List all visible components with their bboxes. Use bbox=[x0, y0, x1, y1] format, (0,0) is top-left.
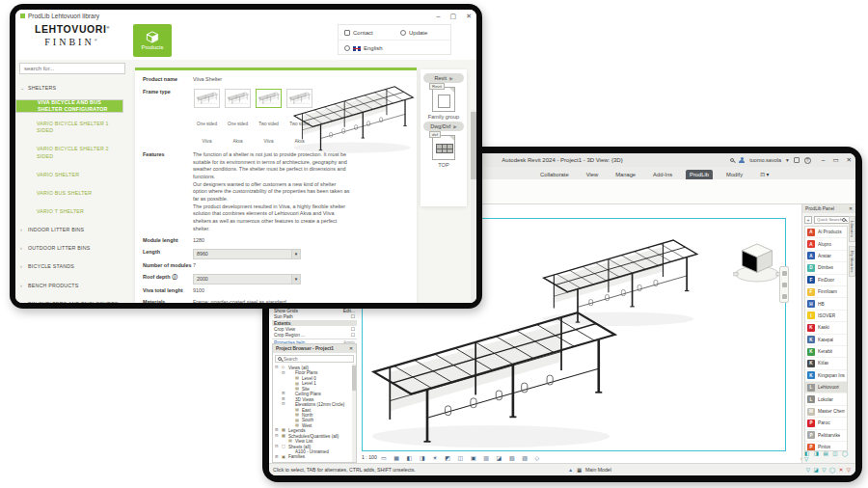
property-checkbox[interactable]: ☐ bbox=[351, 333, 355, 338]
update-button[interactable]: Update bbox=[394, 25, 450, 41]
library-item[interactable]: F Finnfoam bbox=[805, 286, 847, 298]
expand-icon[interactable]: ⊟ bbox=[282, 402, 286, 407]
library-item[interactable]: K Kerabit bbox=[805, 346, 847, 358]
library-item[interactable]: P Paroc bbox=[805, 418, 847, 429]
library-item[interactable]: P Peltitarvike bbox=[805, 430, 847, 442]
ribbon-tab[interactable]: Manage bbox=[611, 170, 639, 179]
scrollbar-thumb[interactable] bbox=[471, 112, 476, 179]
library-item[interactable]: K Kiilax bbox=[805, 358, 847, 369]
expand-icon[interactable]: ⊟ bbox=[275, 434, 280, 439]
sidebar-item[interactable]: VARIO BUS SHELTER bbox=[15, 184, 129, 203]
sidebar-item[interactable]: › OUTDOOR LITTER BINS bbox=[15, 239, 129, 258]
project-browser-search-input[interactable] bbox=[284, 357, 341, 362]
library-item[interactable]: A Alupro bbox=[805, 238, 847, 250]
library-item[interactable]: D Dimbex bbox=[805, 262, 847, 274]
sidebar-item[interactable]: VARIO SHELTER bbox=[15, 166, 129, 184]
design-options-icon[interactable]: ▦ bbox=[577, 467, 582, 473]
maximize-button[interactable]: ▢ bbox=[450, 13, 457, 20]
library-item[interactable]: F FinDoor bbox=[805, 275, 847, 286]
sidebar-item[interactable]: ⌄ SHELTERS bbox=[15, 79, 129, 97]
minimize-button[interactable]: – bbox=[437, 13, 441, 20]
library-item[interactable]: A Ai Products bbox=[805, 227, 847, 238]
main-model-label[interactable]: Main Model bbox=[585, 467, 611, 473]
property-control[interactable]: ☐ bbox=[351, 314, 355, 319]
panel-toolbar-icons[interactable]: ◧ ◨ ▤ ◫ ◯ ▽ bbox=[804, 450, 855, 462]
view-cube[interactable] bbox=[732, 237, 782, 287]
sidebar-item[interactable]: VARIO BICYCLE SHELTER 2 SIDED bbox=[15, 140, 129, 165]
library-item[interactable]: K Kaski bbox=[805, 322, 847, 334]
expand-icon[interactable]: ⊟ bbox=[275, 445, 280, 449]
expand-icon[interactable]: ⊞ bbox=[275, 455, 280, 460]
close-button[interactable]: ✕ bbox=[847, 156, 852, 164]
sidebar-item[interactable]: › BENCH PRODUCTS bbox=[15, 277, 129, 295]
search-icon[interactable] bbox=[730, 158, 734, 162]
project-browser-search[interactable] bbox=[275, 355, 354, 363]
view-control-icons[interactable]: ▭ ▦ ◧ ◨ ☀ ◩ ◫ ▣ ▥ ◪ ▧ ▨ ◇ bbox=[381, 454, 542, 461]
ribbon-tab[interactable]: ⊡ ▾ bbox=[756, 170, 773, 179]
view-icon: ◇ bbox=[282, 366, 286, 370]
ribbon-tab[interactable]: ProdLib bbox=[686, 170, 713, 179]
info-icon[interactable]: ⓘ bbox=[172, 274, 177, 280]
revit-family-file-icon[interactable]: Revit bbox=[432, 87, 455, 112]
field-label: Length bbox=[143, 249, 160, 255]
expand-icon[interactable]: ⊞ bbox=[282, 397, 286, 402]
scrollbar[interactable] bbox=[352, 364, 356, 462]
quick-search[interactable] bbox=[814, 216, 854, 224]
expand-icon[interactable]: ⊞ bbox=[282, 392, 286, 396]
frame-type-option[interactable]: One sided Akva bbox=[224, 89, 252, 147]
frame-type-option[interactable]: Two sided Viiva bbox=[255, 89, 283, 147]
ribbon-tab[interactable]: Add-Ins bbox=[649, 170, 676, 179]
sidebar-item[interactable]: › INDOOR LITTER BINS bbox=[15, 221, 129, 239]
sidebar-item[interactable]: VIVA BICYCLE AND BUS SHELTER CONFIGURATO… bbox=[15, 99, 123, 113]
sidebar-item[interactable]: › BIN SHELTERS AND ENCLOSURES bbox=[15, 295, 129, 303]
cart-icon[interactable] bbox=[794, 157, 800, 163]
quick-search-input[interactable] bbox=[817, 217, 842, 222]
field-dropdown[interactable]: 2000 ▾ bbox=[193, 274, 301, 285]
worksets-icon[interactable]: ▲ bbox=[568, 467, 573, 473]
help-icon[interactable]: ? bbox=[804, 157, 811, 164]
panel-side-tab[interactable]: My libraries bbox=[849, 246, 855, 277]
frame-type-option[interactable]: One sided Viiva bbox=[193, 89, 221, 147]
chevron-down-icon: ▾ bbox=[291, 275, 300, 284]
signed-in-user[interactable]: tuomo.savola bbox=[749, 157, 781, 163]
dxf-file-icon[interactable]: dxf bbox=[432, 135, 455, 160]
close-button[interactable]: ✕ bbox=[466, 13, 472, 20]
language-selector[interactable]: English bbox=[339, 41, 450, 56]
library-item[interactable]: K Katepal bbox=[805, 335, 847, 346]
library-item[interactable]: I ISOVER bbox=[805, 311, 847, 322]
field-dropdown[interactable]: 8960 ▾ bbox=[193, 249, 301, 259]
contact-button[interactable]: Contact bbox=[339, 25, 394, 41]
dwg-dxf-download-header[interactable]: Dwg/Dxf▶ bbox=[423, 122, 464, 131]
library-item[interactable]: M Master Chemic... bbox=[805, 406, 847, 418]
products-tab-button[interactable]: Products bbox=[133, 24, 172, 57]
ribbon-tab[interactable]: View bbox=[583, 170, 602, 179]
sidebar-item[interactable]: VARIO BICYCLE SHELTER 1 SIDED bbox=[15, 115, 129, 140]
panel-side-tab[interactable]: Libraries bbox=[849, 216, 855, 242]
tree-item[interactable]: ⊞ ▣ Families bbox=[275, 454, 356, 459]
view-scale[interactable]: 1 : 100 bbox=[362, 454, 377, 460]
revit-download-header[interactable]: Revit▶ bbox=[423, 73, 464, 83]
minimize-button[interactable]: – bbox=[822, 156, 826, 164]
close-icon[interactable]: ✕ bbox=[849, 206, 853, 211]
user-menu-caret-icon[interactable]: ▾ bbox=[786, 157, 789, 163]
sidebar-item[interactable]: VARIO T SHELTER bbox=[15, 203, 129, 221]
add-library-button[interactable]: + bbox=[804, 216, 812, 224]
restore-button[interactable]: ▭ bbox=[832, 156, 838, 164]
close-icon[interactable]: ✕ bbox=[349, 346, 353, 351]
library-item[interactable]: L Lehtovuori bbox=[805, 382, 847, 393]
sidebar-item[interactable]: › BICYCLE STANDS bbox=[15, 258, 129, 276]
library-item[interactable]: K Kingspan Insul... bbox=[805, 370, 847, 382]
expand-icon[interactable]: ⊞ bbox=[275, 428, 280, 433]
property-control[interactable]: Edit... bbox=[343, 309, 355, 313]
navigation-bar[interactable] bbox=[779, 266, 789, 303]
library-item[interactable]: H HB bbox=[805, 298, 847, 310]
selection-filter-icons[interactable]: ▽ ◪ ▽ ◯ ✕ ▽ bbox=[806, 467, 852, 473]
expand-icon[interactable]: ⊟ bbox=[282, 371, 286, 376]
expand-icon[interactable]: ⊟ bbox=[275, 366, 280, 370]
ribbon-tab[interactable]: Modify bbox=[722, 170, 746, 179]
library-item[interactable]: A Anstar bbox=[805, 251, 847, 262]
property-checkbox[interactable]: ☐ bbox=[351, 327, 355, 332]
library-search-input[interactable] bbox=[19, 63, 125, 74]
ribbon-tab[interactable]: Collaborate bbox=[536, 170, 573, 179]
library-item[interactable]: L Lokolar bbox=[805, 393, 847, 405]
